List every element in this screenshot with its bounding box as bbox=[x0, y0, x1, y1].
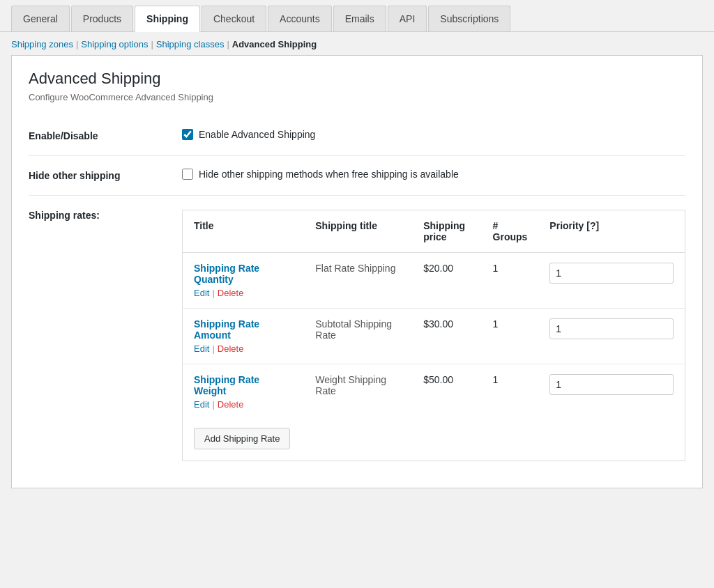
rate-shipping-price-1: $30.00 bbox=[412, 309, 481, 364]
col-header-title: Title bbox=[183, 210, 304, 253]
rate-shipping-title-2: Weight Shipping Rate bbox=[304, 364, 412, 420]
shipping-rates-label: Shipping rates: bbox=[29, 196, 182, 474]
rate-name-link-1[interactable]: Shipping Rate Amount bbox=[194, 318, 293, 341]
tab-checkout[interactable]: Checkout bbox=[202, 6, 266, 31]
tab-accounts[interactable]: Accounts bbox=[268, 6, 332, 31]
rate-delete-link-1[interactable]: Delete bbox=[218, 343, 244, 354]
rate-name-link-0[interactable]: Shipping Rate Quantity bbox=[194, 263, 293, 285]
hide-other-shipping-checkbox-label: Hide other shipping methods when free sh… bbox=[199, 169, 459, 180]
table-row: Shipping Rate WeightEdit | DeleteWeight … bbox=[183, 364, 685, 420]
page-content: Advanced Shipping Configure WooCommerce … bbox=[11, 55, 703, 488]
breadcrumb: Shipping zones | Shipping options | Ship… bbox=[0, 32, 714, 55]
hide-other-shipping-label: Hide other shipping bbox=[29, 156, 182, 196]
col-header-num-groups: # Groups bbox=[482, 210, 539, 253]
shipping-rates-row: Shipping rates: Title Shipping title Shi… bbox=[29, 196, 685, 474]
table-row: Shipping Rate AmountEdit | DeleteSubtota… bbox=[183, 309, 685, 364]
rates-table-header-row: Title Shipping title Shipping price # Gr… bbox=[183, 210, 685, 253]
hide-other-shipping-checkbox-row: Hide other shipping methods when free sh… bbox=[182, 169, 685, 180]
enable-disable-checkbox-row: Enable Advanced Shipping bbox=[182, 129, 685, 140]
rate-num-groups-0: 1 bbox=[482, 253, 539, 309]
tab-emails[interactable]: Emails bbox=[333, 6, 386, 31]
rate-edit-link-1[interactable]: Edit bbox=[194, 343, 209, 354]
rate-edit-link-0[interactable]: Edit bbox=[194, 288, 209, 298]
col-header-priority: Priority [?] bbox=[538, 210, 685, 253]
col-header-shipping-title: Shipping title bbox=[304, 210, 412, 253]
breadcrumb-link-0[interactable]: Shipping zones bbox=[11, 39, 73, 49]
breadcrumb-current: Advanced Shipping bbox=[232, 39, 317, 49]
rate-priority-input-1[interactable] bbox=[549, 318, 674, 339]
rate-priority-input-0[interactable] bbox=[549, 263, 674, 284]
breadcrumb-link-1[interactable]: Shipping options bbox=[81, 39, 148, 49]
breadcrumb-separator: | bbox=[227, 39, 229, 49]
rate-num-groups-1: 1 bbox=[482, 309, 539, 364]
add-shipping-rate-container: Add Shipping Rate bbox=[183, 419, 685, 461]
action-separator: | bbox=[212, 288, 214, 298]
rate-edit-link-2[interactable]: Edit bbox=[194, 399, 209, 410]
col-header-shipping-price: Shipping price bbox=[412, 210, 481, 253]
rate-num-groups-2: 1 bbox=[482, 364, 539, 420]
table-row: Shipping Rate QuantityEdit | DeleteFlat … bbox=[183, 253, 685, 309]
tab-api[interactable]: API bbox=[388, 6, 427, 31]
tab-subscriptions[interactable]: Subscriptions bbox=[428, 6, 510, 31]
action-separator: | bbox=[212, 399, 214, 410]
rate-name-link-2[interactable]: Shipping Rate Weight bbox=[194, 374, 293, 396]
hide-other-shipping-row: Hide other shipping Hide other shipping … bbox=[29, 156, 685, 196]
rate-priority-input-2[interactable] bbox=[549, 374, 674, 395]
page-title: Advanced Shipping bbox=[29, 70, 685, 88]
rate-shipping-title-0: Flat Rate Shipping bbox=[304, 253, 412, 309]
page-description: Configure WooCommerce Advanced Shipping bbox=[29, 92, 685, 102]
enable-disable-label: Enable/Disable bbox=[29, 116, 182, 156]
tab-products[interactable]: Products bbox=[71, 6, 133, 31]
rates-container: Title Shipping title Shipping price # Gr… bbox=[182, 210, 685, 461]
breadcrumb-link-2[interactable]: Shipping classes bbox=[156, 39, 225, 49]
rates-table: Title Shipping title Shipping price # Gr… bbox=[183, 210, 685, 419]
settings-table: Enable/Disable Enable Advanced Shipping … bbox=[29, 116, 685, 474]
tab-shipping[interactable]: Shipping bbox=[135, 6, 200, 32]
enable-disable-row: Enable/Disable Enable Advanced Shipping bbox=[29, 116, 685, 156]
tab-general[interactable]: General bbox=[11, 6, 70, 31]
add-shipping-rate-button[interactable]: Add Shipping Rate bbox=[194, 428, 290, 449]
hide-other-shipping-checkbox[interactable] bbox=[182, 169, 193, 180]
rate-shipping-price-2: $50.00 bbox=[412, 364, 481, 420]
breadcrumb-separator: | bbox=[76, 39, 78, 49]
rate-shipping-price-0: $20.00 bbox=[412, 253, 481, 309]
tabs-bar: GeneralProductsShippingCheckoutAccountsE… bbox=[0, 0, 714, 32]
action-separator: | bbox=[212, 343, 214, 354]
enable-advanced-shipping-checkbox[interactable] bbox=[182, 129, 193, 140]
enable-advanced-shipping-label: Enable Advanced Shipping bbox=[199, 129, 315, 140]
breadcrumb-separator: | bbox=[151, 39, 153, 49]
rate-shipping-title-1: Subtotal Shipping Rate bbox=[304, 309, 412, 364]
rate-delete-link-0[interactable]: Delete bbox=[218, 288, 244, 298]
rate-delete-link-2[interactable]: Delete bbox=[218, 399, 244, 410]
